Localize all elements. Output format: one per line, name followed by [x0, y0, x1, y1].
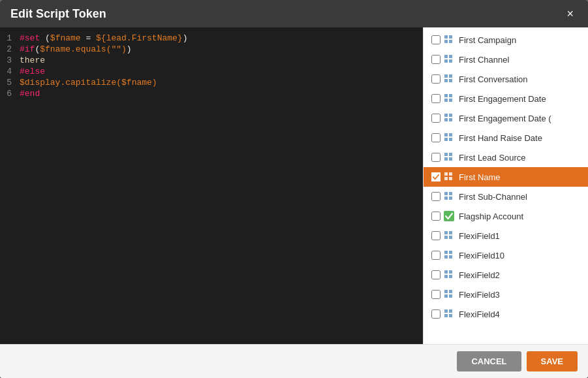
token-item[interactable]: First Sub-Channel [424, 187, 588, 206]
token-checkbox-wrapper [431, 192, 441, 201]
token-item[interactable]: Flagship Account [424, 206, 588, 226]
svg-rect-56 [449, 314, 452, 317]
token-item[interactable]: First Conversation [424, 69, 588, 89]
token-checkbox[interactable] [431, 231, 441, 240]
svg-rect-14 [444, 99, 448, 102]
svg-rect-45 [444, 270, 448, 274]
token-checkbox-wrapper [431, 35, 441, 44]
token-label: First Sub-Channel [459, 192, 527, 202]
svg-rect-40 [449, 236, 452, 239]
line-number: 6 [0, 89, 20, 99]
svg-rect-2 [444, 40, 448, 43]
grid-icon [443, 132, 455, 144]
svg-rect-20 [444, 133, 448, 136]
token-label: FlexiField3 [459, 290, 500, 300]
svg-rect-19 [449, 118, 452, 121]
token-checkbox-wrapper [431, 172, 441, 181]
token-item[interactable]: First Engagement Date ( [424, 108, 588, 128]
token-label: First Channel [459, 55, 509, 65]
token-label: First Hand Raise Date [459, 133, 542, 143]
svg-rect-3 [449, 40, 452, 43]
svg-rect-12 [444, 94, 448, 97]
token-checkbox-wrapper [431, 74, 441, 84]
svg-rect-11 [449, 79, 452, 82]
token-item[interactable]: FlexiField2 [424, 265, 588, 285]
token-checkbox[interactable] [431, 35, 441, 44]
token-item[interactable]: First Campaign [424, 30, 588, 50]
token-checkbox-wrapper [431, 153, 441, 162]
grid-icon [443, 54, 455, 65]
code-line: 3there [0, 55, 423, 66]
token-item[interactable]: FlexiField3 [424, 285, 588, 304]
token-checkbox[interactable] [431, 74, 441, 84]
line-content: #set ($fname = ${lead.FirstName}) [20, 33, 187, 43]
token-label: First Engagement Date ( [459, 114, 551, 123]
token-checkbox[interactable] [431, 55, 441, 64]
modal-title: Edit Script Token [10, 7, 106, 21]
svg-rect-15 [449, 99, 452, 102]
token-item[interactable]: FlexiField4 [424, 304, 588, 324]
token-checkbox[interactable] [431, 309, 441, 319]
line-number: 4 [0, 67, 20, 76]
line-content: #end [20, 89, 40, 99]
svg-rect-4 [444, 55, 448, 58]
token-item[interactable]: First Name [424, 167, 588, 187]
save-button[interactable]: SAVE [527, 351, 578, 371]
token-checkbox[interactable] [431, 94, 441, 103]
token-item[interactable]: First Lead Source [424, 148, 588, 167]
svg-rect-17 [449, 114, 452, 117]
token-item[interactable]: FlexiField10 [424, 245, 588, 265]
grid-icon [443, 93, 455, 104]
check-green-icon [443, 210, 455, 222]
grid-icon [443, 171, 455, 183]
token-checkbox[interactable] [431, 251, 441, 260]
svg-rect-48 [449, 275, 452, 278]
token-checkbox[interactable] [431, 153, 441, 162]
grid-icon [443, 269, 455, 281]
token-item[interactable]: First Engagement Date [424, 89, 588, 108]
svg-rect-6 [444, 59, 448, 63]
code-line: 2#if($fname.equals("")) [0, 44, 423, 55]
token-checkbox-wrapper [431, 114, 441, 123]
token-item[interactable]: First Hand Raise Date [424, 128, 588, 148]
token-checkbox[interactable] [431, 114, 441, 123]
token-checkbox[interactable] [431, 212, 441, 221]
line-content: #else [20, 67, 45, 76]
svg-rect-50 [449, 290, 452, 293]
svg-rect-46 [449, 270, 452, 274]
token-panel: First Campaign First Channel First Conve… [423, 27, 588, 344]
token-item[interactable]: First Channel [424, 50, 588, 69]
svg-rect-42 [449, 251, 452, 254]
svg-rect-21 [449, 133, 452, 136]
grid-icon [443, 249, 455, 261]
token-label: First Lead Source [459, 153, 526, 163]
token-checkbox-wrapper [431, 290, 441, 299]
svg-rect-18 [444, 118, 448, 121]
token-checkbox[interactable] [431, 133, 441, 142]
code-line: 6#end [0, 88, 423, 99]
token-checked-indicator[interactable] [431, 172, 441, 181]
line-content: there [20, 55, 45, 65]
line-number: 5 [0, 78, 20, 87]
token-list[interactable]: First Campaign First Channel First Conve… [424, 27, 588, 344]
close-button[interactable]: × [563, 7, 578, 21]
svg-rect-41 [444, 251, 448, 254]
svg-rect-53 [444, 309, 448, 313]
cancel-button[interactable]: CANCEL [457, 351, 521, 371]
token-checkbox[interactable] [431, 290, 441, 299]
token-checkbox-wrapper [431, 309, 441, 319]
svg-rect-7 [449, 59, 452, 63]
line-number: 1 [0, 33, 20, 43]
token-label: First Campaign [459, 35, 516, 45]
grid-icon [443, 112, 455, 124]
modal-footer: CANCEL SAVE [0, 344, 588, 378]
svg-rect-27 [449, 157, 452, 161]
token-checkbox[interactable] [431, 270, 441, 279]
token-checkbox[interactable] [431, 192, 441, 201]
svg-rect-39 [444, 236, 448, 239]
svg-rect-47 [444, 275, 448, 278]
code-editor[interactable]: 1#set ($fname = ${lead.FirstName})2#if($… [0, 27, 423, 344]
token-item[interactable]: FlexiField1 [424, 226, 588, 245]
line-number: 2 [0, 44, 20, 54]
svg-rect-9 [449, 74, 452, 78]
